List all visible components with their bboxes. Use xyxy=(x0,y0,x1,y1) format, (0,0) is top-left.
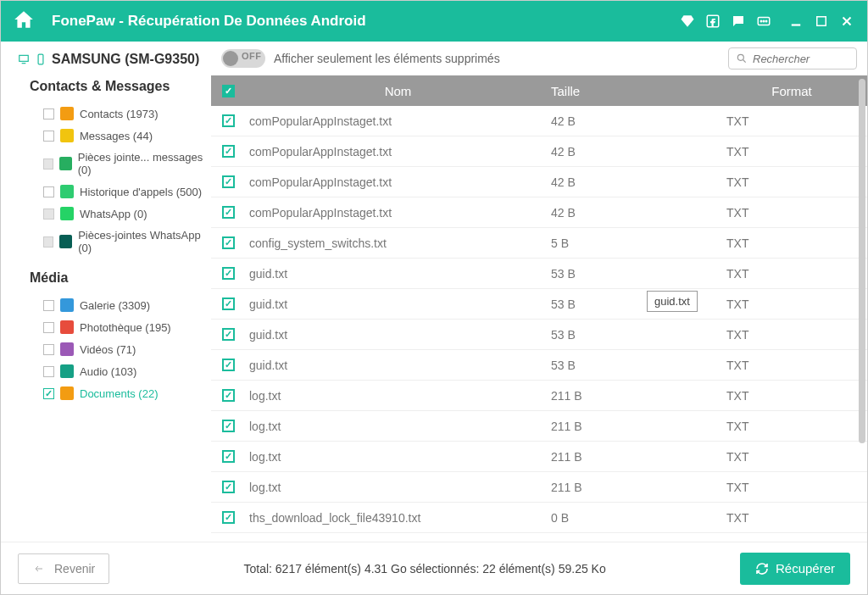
checkbox-icon[interactable] xyxy=(43,366,54,377)
sidebar-item-label: Audio (103) xyxy=(80,365,136,378)
checkbox-icon[interactable] xyxy=(43,186,54,197)
sidebar-item[interactable]: Vidéos (71) xyxy=(18,338,208,360)
row-checkbox[interactable] xyxy=(222,206,235,219)
sidebar-item-label: Pièces jointe... messages (0) xyxy=(78,151,208,176)
search-icon xyxy=(736,53,748,64)
table-row[interactable]: log.txt211 BTXT xyxy=(211,381,867,411)
file-format: TXT xyxy=(716,145,867,158)
col-name[interactable]: Nom xyxy=(245,84,551,98)
category-icon xyxy=(60,207,74,220)
diamond-icon[interactable] xyxy=(679,13,696,30)
file-name: comPopularAppInstaget.txt xyxy=(245,175,551,189)
checkbox-icon[interactable] xyxy=(43,344,54,355)
file-format: TXT xyxy=(716,175,867,189)
table-row[interactable]: log.txt211 BTXT xyxy=(211,472,867,503)
sidebar-item[interactable]: Pièces-jointes WhatsApp (0) xyxy=(18,225,208,259)
checkbox-icon[interactable] xyxy=(43,388,54,399)
sidebar-item[interactable]: Contacts (1973) xyxy=(18,103,208,125)
table-row[interactable]: guid.txt53 BTXT xyxy=(211,259,867,289)
row-checkbox[interactable] xyxy=(222,145,235,158)
file-size: 211 B xyxy=(551,389,716,403)
file-format: TXT xyxy=(716,267,867,281)
col-size[interactable]: Taille xyxy=(551,84,716,98)
file-name: config_system_switchs.txt xyxy=(245,236,551,250)
refresh-icon xyxy=(755,562,769,576)
row-checkbox[interactable] xyxy=(222,298,235,310)
row-checkbox[interactable] xyxy=(222,420,235,432)
content: SAMSUNG (SM-G9350) Contacts & Messages C… xyxy=(1,42,867,542)
recover-label: Récupérer xyxy=(776,561,835,576)
checkbox-icon[interactable] xyxy=(43,108,54,120)
checkbox-icon[interactable] xyxy=(43,300,54,311)
recover-button[interactable]: Récupérer xyxy=(740,553,850,585)
sidebar-item[interactable]: WhatsApp (0) xyxy=(18,203,208,225)
table-body[interactable]: comPopularAppInstaget.txt42 BTXTcomPopul… xyxy=(211,106,867,542)
home-icon[interactable] xyxy=(13,8,35,34)
table-row[interactable]: comPopularAppInstaget.txt42 BTXT xyxy=(211,197,867,228)
file-size: 211 B xyxy=(551,420,716,433)
svg-point-3 xyxy=(763,20,765,22)
table-row[interactable]: comPopularAppInstaget.txt42 BTXT xyxy=(211,136,867,167)
sidebar-item[interactable]: Galerie (3309) xyxy=(18,294,208,316)
file-format: TXT xyxy=(716,389,867,403)
row-checkbox[interactable] xyxy=(222,114,235,127)
checkbox-icon[interactable] xyxy=(43,131,54,142)
maximize-icon[interactable] xyxy=(813,13,830,30)
table-row[interactable]: guid.txt53 BTXTguid.txt xyxy=(211,289,867,320)
sidebar-item-label: Documents (22) xyxy=(80,387,158,400)
category-icon xyxy=(60,298,74,312)
checkbox-icon[interactable] xyxy=(43,322,54,333)
table-row[interactable]: config_system_switchs.txt5 BTXT xyxy=(211,228,867,259)
section-media: Média xyxy=(30,270,208,286)
sidebar-item[interactable]: Pièces jointe... messages (0) xyxy=(18,147,208,181)
table-row[interactable]: guid.txt53 BTXT xyxy=(211,350,867,381)
sidebar-item[interactable]: Documents (22) xyxy=(18,382,208,404)
row-checkbox[interactable] xyxy=(222,481,235,493)
table-row[interactable]: guid.txt53 BTXT xyxy=(211,320,867,350)
minimize-icon[interactable] xyxy=(787,13,804,30)
category-icon xyxy=(60,320,74,334)
feedback-icon[interactable] xyxy=(730,13,747,30)
row-checkbox[interactable] xyxy=(222,511,235,524)
checkbox-icon[interactable] xyxy=(43,236,53,247)
search-input[interactable] xyxy=(753,53,846,65)
sidebar-item[interactable]: Historique d'appels (500) xyxy=(18,181,208,203)
file-name: guid.txt xyxy=(245,298,551,311)
row-checkbox[interactable] xyxy=(222,359,235,371)
search-box[interactable] xyxy=(728,47,857,70)
sidebar-item[interactable]: Photothèque (195) xyxy=(18,316,208,338)
sidebar-item-label: Galerie (3309) xyxy=(80,299,150,312)
row-checkbox[interactable] xyxy=(222,175,235,188)
select-all-checkbox[interactable]: ✓ xyxy=(222,85,235,97)
scrollbar[interactable] xyxy=(859,79,865,443)
device-row[interactable]: SAMSUNG (SM-G9350) xyxy=(18,52,208,67)
sidebar-item[interactable]: Audio (103) xyxy=(18,360,208,382)
checkbox-icon[interactable] xyxy=(43,209,54,220)
sidebar-item-label: Vidéos (71) xyxy=(80,343,136,356)
svg-rect-6 xyxy=(817,17,826,26)
file-format: TXT xyxy=(716,481,867,494)
footer-stats: Total: 6217 élément(s) 4.31 Go sélection… xyxy=(109,562,740,576)
row-checkbox[interactable] xyxy=(222,236,235,249)
facebook-icon[interactable] xyxy=(704,13,721,30)
close-icon[interactable] xyxy=(838,13,855,30)
row-checkbox[interactable] xyxy=(222,450,235,463)
file-size: 42 B xyxy=(551,114,716,128)
row-checkbox[interactable] xyxy=(222,267,235,280)
table-row[interactable]: ths_download_lock_file43910.txt0 BTXT xyxy=(211,503,867,533)
col-format[interactable]: Format xyxy=(716,84,867,98)
svg-point-12 xyxy=(737,54,743,60)
table-row[interactable]: log.txt211 BTXT xyxy=(211,411,867,442)
checkbox-icon[interactable] xyxy=(43,158,53,170)
more-icon[interactable] xyxy=(755,13,772,30)
row-checkbox[interactable] xyxy=(222,328,235,341)
table-row[interactable]: comPopularAppInstaget.txt42 BTXT xyxy=(211,106,867,136)
file-size: 42 B xyxy=(551,145,716,158)
sidebar-item[interactable]: Messages (44) xyxy=(18,125,208,147)
table-row[interactable]: log.txt211 BTXT xyxy=(211,442,867,472)
sidebar-item-label: Messages (44) xyxy=(80,130,153,142)
deleted-only-toggle[interactable]: OFF Afficher seulement les éléments supp… xyxy=(221,49,500,68)
table-row[interactable]: comPopularAppInstaget.txt42 BTXT xyxy=(211,167,867,197)
row-checkbox[interactable] xyxy=(222,389,235,402)
back-button[interactable]: Revenir xyxy=(18,553,109,584)
